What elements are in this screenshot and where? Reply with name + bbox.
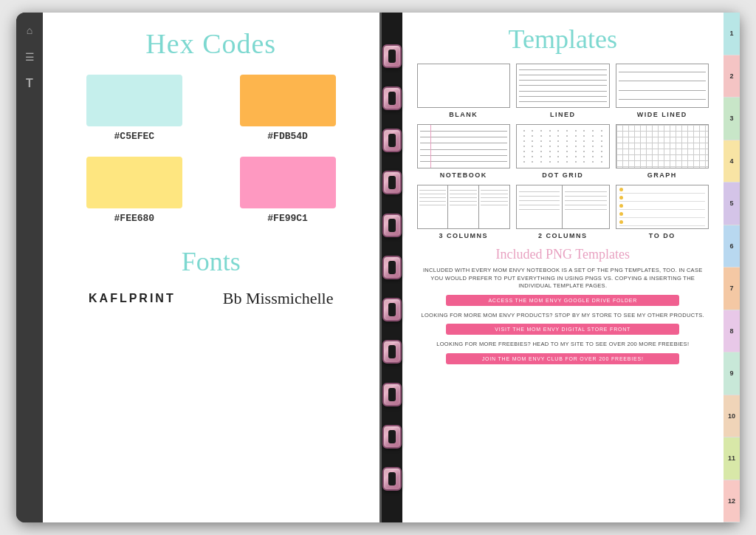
template-wide-lined: WIDE LINED bbox=[616, 64, 709, 118]
todo-label: TO DO bbox=[649, 232, 676, 239]
2-columns-preview bbox=[516, 185, 610, 229]
freebies-button[interactable]: JOIN THE MOM ENVY CLUB FOR OVER 200 FREE… bbox=[446, 353, 679, 364]
png-section-title: Included PNG Templates bbox=[417, 247, 709, 262]
swatch-2: #FDB54D bbox=[219, 75, 357, 142]
lined-label: LINED bbox=[550, 111, 576, 118]
template-2-columns: 2 COLUMNS bbox=[516, 185, 610, 239]
tab-6[interactable]: 6 bbox=[724, 225, 740, 268]
tab-3[interactable]: 3 bbox=[724, 98, 740, 140]
blank-label: BLANK bbox=[449, 111, 478, 118]
ring-7 bbox=[382, 298, 402, 321]
template-blank: BLANK bbox=[417, 64, 511, 118]
hex-codes-title: Hex Codes bbox=[65, 27, 357, 60]
template-todo: TO DO bbox=[616, 185, 709, 239]
ring-3 bbox=[382, 129, 402, 152]
ring-6 bbox=[382, 256, 402, 279]
lined-preview bbox=[516, 64, 610, 108]
fonts-title: Fonts bbox=[65, 246, 357, 277]
tab-11[interactable]: 11 bbox=[724, 437, 740, 480]
book-area: Hex Codes #C5EFEC #FDB54D #FEE680 #FE99C… bbox=[43, 13, 740, 522]
fonts-display: KAFLPRINT Bb Missmichelle bbox=[65, 289, 357, 308]
notebook-container: ⌂ ☰ T Hex Codes #C5EFEC #FDB54D #FEE680 bbox=[16, 13, 740, 522]
left-page: Hex Codes #C5EFEC #FDB54D #FEE680 #FE99C… bbox=[43, 13, 382, 522]
notebook-preview bbox=[417, 124, 511, 168]
spine bbox=[382, 13, 402, 522]
left-toolbar: ⌂ ☰ T bbox=[16, 13, 43, 522]
2-columns-label: 2 COLUMNS bbox=[538, 232, 588, 239]
template-dot-grid: DOT GRID bbox=[516, 124, 610, 179]
blank-preview bbox=[417, 64, 511, 108]
template-lined: LINED bbox=[516, 64, 610, 118]
wide-lined-preview bbox=[616, 64, 709, 108]
png-group-1: INCLUDED WITH EVERY MOM ENVY NOTEBOOK IS… bbox=[417, 267, 709, 306]
template-3-columns: 3 COLUMNS bbox=[417, 185, 511, 239]
template-notebook: NOTEBOOK bbox=[417, 124, 511, 179]
google-drive-button[interactable]: ACCESS THE MOM ENVY GOOGLE DRIVE FOLDER bbox=[446, 295, 679, 306]
right-tabs: 1 2 3 4 5 6 7 8 9 10 11 12 bbox=[724, 13, 740, 522]
swatch-1: #C5EFEC bbox=[65, 75, 204, 142]
store-text: LOOKING FOR MORE MOM ENVY PRODUCTS? STOP… bbox=[417, 312, 709, 320]
menu-icon[interactable]: ☰ bbox=[21, 48, 38, 66]
templates-title: Templates bbox=[417, 24, 709, 55]
png-group-2: LOOKING FOR MORE MOM ENVY PRODUCTS? STOP… bbox=[417, 312, 709, 335]
tab-8[interactable]: 8 bbox=[724, 310, 740, 353]
png-section: Included PNG Templates INCLUDED WITH EVE… bbox=[417, 247, 709, 364]
ring-10 bbox=[382, 425, 402, 449]
tab-9[interactable]: 9 bbox=[724, 352, 740, 395]
color-swatches-grid: #C5EFEC #FDB54D #FEE680 #FE99C1 bbox=[65, 75, 357, 224]
store-front-button[interactable]: VISIT THE MOM ENVY DIGITAL STORE FRONT bbox=[446, 324, 679, 335]
font-name-1: KAFLPRINT bbox=[89, 292, 176, 305]
hex-label-4: #FE99C1 bbox=[267, 213, 308, 224]
wide-lined-label: WIDE LINED bbox=[637, 111, 687, 118]
swatch-3: #FEE680 bbox=[65, 157, 204, 224]
right-page: Templates BLANK bbox=[402, 13, 724, 522]
tab-4[interactable]: 4 bbox=[724, 140, 740, 183]
ring-11 bbox=[382, 467, 402, 491]
todo-preview bbox=[616, 185, 709, 229]
tab-2[interactable]: 2 bbox=[724, 55, 740, 98]
dot-grid-label: DOT GRID bbox=[542, 171, 583, 179]
ring-2 bbox=[382, 86, 402, 110]
dot-grid-preview bbox=[516, 124, 610, 168]
hex-label-1: #C5EFEC bbox=[114, 131, 155, 142]
tab-12[interactable]: 12 bbox=[724, 480, 740, 523]
png-group-3: LOOKING FOR MORE FREEBIES? HEAD TO MY SI… bbox=[417, 341, 709, 364]
text-tool-icon[interactable]: T bbox=[21, 75, 38, 92]
swatch-4: #FE99C1 bbox=[219, 157, 357, 224]
graph-preview bbox=[616, 124, 709, 168]
swatch-color-1 bbox=[86, 75, 182, 126]
graph-label: GRAPH bbox=[647, 171, 677, 179]
tab-5[interactable]: 5 bbox=[724, 183, 740, 225]
swatch-color-4 bbox=[240, 157, 336, 208]
3-columns-preview bbox=[417, 185, 511, 229]
notebook-label: NOTEBOOK bbox=[440, 171, 487, 179]
freebies-text: LOOKING FOR MORE FREEBIES? HEAD TO MY SI… bbox=[417, 341, 709, 349]
ring-9 bbox=[382, 383, 402, 406]
home-icon[interactable]: ⌂ bbox=[21, 21, 38, 39]
ring-1 bbox=[382, 44, 402, 68]
hex-label-2: #FDB54D bbox=[267, 131, 308, 142]
ring-5 bbox=[382, 214, 402, 237]
ring-8 bbox=[382, 340, 402, 364]
template-graph: GRAPH bbox=[616, 124, 709, 179]
tab-7[interactable]: 7 bbox=[724, 268, 740, 310]
templates-grid: BLANK LINED bbox=[417, 64, 709, 239]
ring-4 bbox=[382, 171, 402, 194]
tab-10[interactable]: 10 bbox=[724, 395, 740, 438]
swatch-color-2 bbox=[240, 75, 336, 126]
font-name-2: Bb Missmichelle bbox=[223, 289, 334, 308]
3-columns-label: 3 COLUMNS bbox=[439, 232, 488, 239]
png-description: INCLUDED WITH EVERY MOM ENVY NOTEBOOK IS… bbox=[417, 267, 709, 290]
swatch-color-3 bbox=[86, 157, 182, 208]
hex-label-3: #FEE680 bbox=[114, 213, 155, 224]
tab-1[interactable]: 1 bbox=[724, 13, 740, 55]
